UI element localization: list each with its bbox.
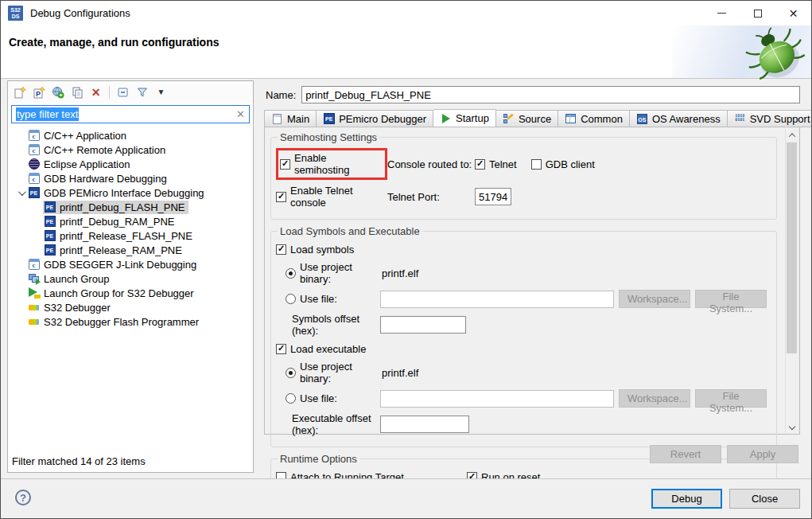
name-input[interactable]	[301, 86, 800, 103]
telnet-port-input[interactable]	[475, 188, 511, 205]
use-project-binary-label: Use project binary:	[300, 361, 380, 384]
filter-icon[interactable]	[135, 85, 149, 99]
symbols-file-system-button[interactable]: File System...	[695, 290, 767, 308]
debug-button[interactable]: Debug	[651, 489, 722, 509]
dialog-footer: ? Debug Close	[1, 478, 811, 519]
gdb-client-checkbox[interactable]	[531, 159, 542, 170]
tree-item-launch-group[interactable]: Launch Group	[8, 271, 253, 286]
load-executable-checkbox[interactable]	[276, 344, 286, 354]
header-gradient	[672, 25, 811, 78]
duplicate-icon[interactable]	[70, 85, 84, 99]
tree-item-printf-release-ram-pne[interactable]: PEprintf_Release_RAM_PNE	[8, 243, 253, 257]
semihosting-settings-group: Semihosting Settings Enable semihosting …	[270, 131, 777, 220]
app-icon-text-bottom: DS	[12, 14, 20, 20]
symbols-offset-input[interactable]	[380, 316, 466, 334]
load-executable-label: Load executable	[290, 343, 366, 355]
tab-startup[interactable]: Startup	[433, 109, 496, 127]
new-prototype-icon[interactable]: P	[32, 85, 45, 99]
exec-use-file-radio[interactable]	[286, 393, 296, 404]
tree-item-s32-flash-programmer[interactable]: S32 Debugger Flash Programmer	[8, 314, 253, 329]
launch-toolbar: P ✕ ▼	[8, 81, 253, 103]
tree-item-gdb-hardware-debugging[interactable]: cGDB Hardware Debugging	[8, 171, 253, 185]
clear-filter-icon[interactable]: ✕	[236, 108, 245, 120]
exec-file-input[interactable]	[380, 390, 614, 408]
tree-item-printf-release-flash-pne[interactable]: PEprintf_Release_FLASH_PNE	[8, 228, 253, 243]
app-icon-text-top: S32	[10, 7, 20, 14]
highlight-box: Enable semihosting	[276, 148, 387, 180]
titlebar: S32 DS Debug Configurations ✕	[1, 1, 811, 25]
load-symbols-label: Load symbols	[290, 244, 354, 256]
maximize-icon	[754, 10, 762, 18]
tree-item-gdb-segger[interactable]: cGDB SEGGER J-Link Debugging	[8, 257, 253, 271]
window-title: Debug Configurations	[30, 7, 130, 19]
tab-main[interactable]: Main	[264, 110, 317, 127]
group-title: Semihosting Settings	[278, 131, 379, 143]
pemicro-icon: PE	[44, 230, 56, 242]
scroll-up-icon[interactable]	[786, 128, 798, 142]
group-title: Runtime Options	[278, 453, 359, 465]
use-file-label: Use file:	[300, 293, 337, 305]
tree-item-launch-group-s32[interactable]: Launch Group for S32 Debugger	[8, 286, 253, 300]
tree-item-printf-debug-flash-pne[interactable]: PEprintf_Debug_FLASH_PNE	[8, 200, 253, 214]
launch-group-icon	[28, 273, 40, 285]
export-configuration-icon[interactable]	[51, 85, 64, 99]
enable-telnet-console-checkbox[interactable]	[276, 192, 286, 202]
collapse-all-icon[interactable]	[116, 85, 130, 99]
tab-svd-support[interactable]: 10100101SVD Support	[728, 110, 812, 127]
svd-tab-icon: 10100101	[734, 113, 746, 125]
tree-item-gdb-pemicro[interactable]: PEGDB PEMicro Interface Debugging	[8, 185, 253, 200]
configuration-detail-panel: Name: Main PEPEmicro Debugger Startup So…	[259, 80, 806, 473]
page-title: Create, manage, and run configurations	[9, 36, 220, 49]
tree-item-eclipse-application[interactable]: Eclipse Application	[8, 157, 253, 171]
tab-source[interactable]: Source	[496, 110, 558, 127]
scrollbar-thumb[interactable]	[787, 142, 797, 353]
main-tab-icon	[271, 113, 283, 125]
new-configuration-icon[interactable]	[13, 85, 26, 99]
apply-button[interactable]: Apply	[727, 445, 798, 463]
exec-use-project-binary-radio[interactable]	[286, 368, 296, 378]
delete-icon[interactable]: ✕	[89, 85, 103, 99]
exec-workspace-button[interactable]: Workspace...	[619, 389, 690, 408]
close-dialog-button[interactable]: Close	[729, 489, 800, 509]
common-tab-icon	[565, 113, 577, 125]
tab-pemicro-debugger[interactable]: PEPEmicro Debugger	[317, 110, 433, 127]
symbols-use-file-radio[interactable]	[286, 294, 296, 304]
c-application-icon: c	[28, 173, 40, 185]
help-icon[interactable]: ?	[15, 490, 31, 505]
tree-item-printf-debug-ram-pne[interactable]: PEprintf_Debug_RAM_PNE	[8, 214, 253, 228]
symbols-use-project-binary-radio[interactable]	[286, 268, 296, 279]
c-application-icon: c	[28, 130, 40, 142]
filter-input[interactable]: type filter text ✕	[11, 105, 250, 123]
expand-chevron-icon[interactable]	[17, 188, 25, 196]
minimize-button[interactable]	[704, 1, 740, 25]
load-symbols-checkbox[interactable]	[276, 244, 286, 255]
group-title: Load Symbols and Executable	[278, 225, 422, 237]
telnet-checkbox[interactable]	[475, 159, 485, 170]
pemicro-icon: PE	[323, 113, 335, 125]
revert-button[interactable]: Revert	[650, 445, 721, 463]
use-project-binary-label: Use project binary:	[300, 261, 380, 285]
exec-binary-value: printf.elf	[382, 367, 418, 379]
launch-group-s32-icon	[28, 287, 40, 299]
use-file-label: Use file:	[300, 392, 337, 404]
filter-status: Filter matched 14 of 23 items	[8, 452, 253, 472]
exec-file-system-button[interactable]: File System...	[695, 389, 767, 408]
toolbar-menu-chevron-icon[interactable]: ▼	[154, 85, 168, 99]
symbols-workspace-button[interactable]: Workspace...	[619, 290, 690, 308]
app-icon: S32 DS	[8, 6, 23, 21]
pemicro-icon: PE	[28, 187, 40, 199]
tree-item-cpp-application[interactable]: cC/C++ Application	[8, 128, 253, 142]
filter-input-selected-text: type filter text	[16, 107, 79, 121]
close-icon: ✕	[789, 8, 798, 19]
tab-os-awareness[interactable]: OSOS Awareness	[630, 110, 728, 127]
vertical-scrollbar[interactable]	[785, 128, 798, 433]
tree-item-cpp-remote-application[interactable]: cC/C++ Remote Application	[8, 142, 253, 157]
executable-offset-input[interactable]	[380, 416, 469, 433]
scroll-down-icon[interactable]	[786, 419, 798, 433]
nxp-icon	[28, 316, 40, 328]
pemicro-icon: PE	[44, 201, 56, 213]
symbols-file-input[interactable]	[380, 291, 614, 308]
tab-common[interactable]: Common	[558, 110, 630, 127]
enable-semihosting-checkbox[interactable]	[280, 159, 290, 170]
tree-item-s32-debugger[interactable]: S32 Debugger	[8, 300, 253, 314]
